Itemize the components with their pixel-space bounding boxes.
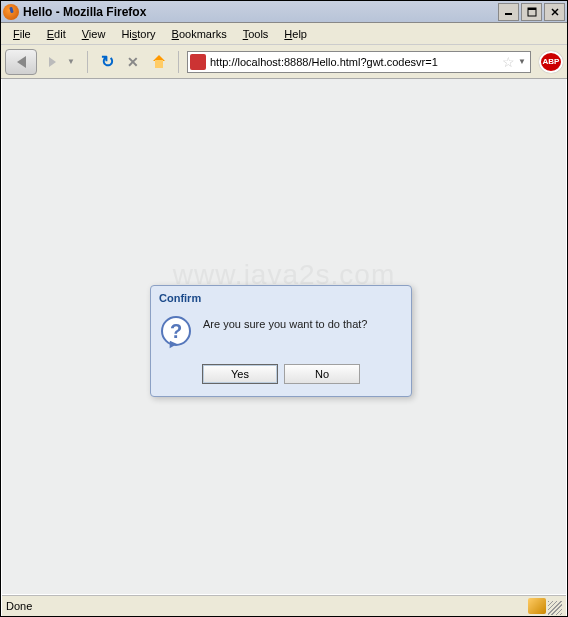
dialog-title: Confirm: [151, 286, 411, 310]
forward-button[interactable]: [41, 51, 63, 73]
no-button[interactable]: No: [284, 364, 360, 384]
resize-grip[interactable]: [548, 601, 562, 615]
stop-button[interactable]: ✕: [122, 51, 144, 73]
bookmark-star-button[interactable]: ☆: [500, 54, 516, 70]
window-controls: [498, 3, 565, 21]
arrow-left-icon: [17, 56, 26, 68]
site-favicon[interactable]: [190, 54, 206, 70]
nav-history-dropdown[interactable]: ▼: [67, 57, 79, 66]
status-text: Done: [6, 600, 528, 612]
minimize-button[interactable]: [498, 3, 519, 21]
url-input[interactable]: [210, 53, 500, 71]
yes-button[interactable]: Yes: [202, 364, 278, 384]
url-dropdown[interactable]: ▼: [516, 57, 528, 66]
status-tool-icon[interactable]: [528, 598, 546, 614]
separator: [178, 51, 179, 73]
dialog-buttons: Yes No: [151, 358, 411, 396]
menu-bookmarks[interactable]: Bookmarks: [164, 25, 235, 43]
adblock-button[interactable]: ABP: [539, 51, 563, 73]
menu-tools[interactable]: Tools: [235, 25, 277, 43]
maximize-button[interactable]: [521, 3, 542, 21]
page-content: www.java2s.com Confirm ? Are you sure yo…: [2, 79, 566, 594]
menu-edit[interactable]: Edit: [39, 25, 74, 43]
home-icon: [151, 55, 167, 69]
close-button[interactable]: [544, 3, 565, 21]
confirm-dialog: Confirm ? Are you sure you want to do th…: [150, 285, 412, 397]
menu-help[interactable]: Help: [276, 25, 315, 43]
dialog-message: Are you sure you want to do that?: [203, 316, 368, 330]
window-title: Hello - Mozilla Firefox: [23, 5, 498, 19]
menu-view[interactable]: View: [74, 25, 114, 43]
statusbar: Done: [2, 595, 566, 616]
home-button[interactable]: [148, 51, 170, 73]
menu-file[interactable]: File: [5, 25, 39, 43]
window-titlebar: Hello - Mozilla Firefox: [1, 1, 567, 23]
url-bar: ☆ ▼: [187, 51, 531, 73]
dialog-body: ? Are you sure you want to do that?: [151, 310, 411, 358]
question-icon: ?: [161, 316, 193, 348]
reload-button[interactable]: ↻: [96, 51, 118, 73]
menu-history[interactable]: History: [113, 25, 163, 43]
toolbar: ▼ ↻ ✕ ☆ ▼ ABP: [1, 45, 567, 79]
firefox-icon: [3, 4, 19, 20]
arrow-right-icon: [49, 57, 56, 67]
separator: [87, 51, 88, 73]
back-button[interactable]: [5, 49, 37, 75]
menubar: File Edit View History Bookmarks Tools H…: [1, 23, 567, 45]
